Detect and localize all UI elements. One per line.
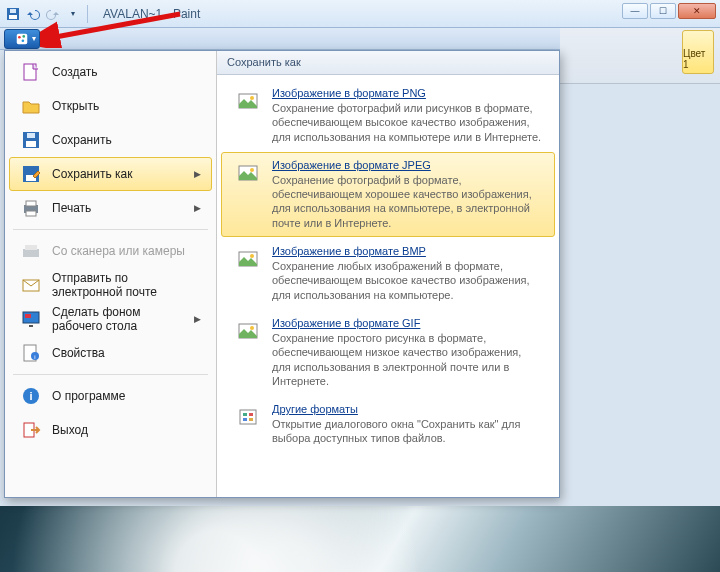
color1-chip[interactable]: Цвет 1 <box>682 30 714 74</box>
submenu-arrow-icon: ▶ <box>194 169 201 179</box>
application-menu-button[interactable]: ▾ <box>4 29 40 49</box>
svg-rect-10 <box>26 141 36 147</box>
saveas-option-other[interactable]: Другие форматыОткрытие диалогового окна … <box>221 396 555 453</box>
svg-rect-39 <box>249 413 253 416</box>
option-text: Изображение в формате GIFСохранение прос… <box>272 317 542 388</box>
menu-item-save[interactable]: Сохранить <box>9 123 212 157</box>
option-text: Изображение в формате PNGСохранение фото… <box>272 87 542 144</box>
menu-item-about[interactable]: iО программе <box>9 379 212 413</box>
svg-point-6 <box>22 39 25 42</box>
option-text: Другие форматыОткрытие диалогового окна … <box>272 403 542 446</box>
svg-rect-1 <box>9 15 17 19</box>
svg-text:i: i <box>34 354 35 360</box>
svg-rect-41 <box>249 418 253 421</box>
other-format-icon <box>234 403 262 431</box>
menu-item-create[interactable]: Создать <box>9 55 212 89</box>
option-description: Сохранение фотографий или рисунков в фор… <box>272 101 542 144</box>
qat-redo[interactable] <box>44 5 62 23</box>
title-bar: ▾ AVALAN~1 - Paint — ☐ ✕ <box>0 0 720 28</box>
qat-separator <box>87 5 88 23</box>
open-folder-icon <box>20 95 42 117</box>
menu-item-label: Сохранить <box>52 133 112 147</box>
image-format-icon <box>234 159 262 187</box>
svg-point-4 <box>18 35 21 38</box>
option-description: Сохранение простого рисунка в формате, о… <box>272 331 542 388</box>
menu-item-saveas[interactable]: Сохранить как▶ <box>9 157 212 191</box>
menu-item-label: О программе <box>52 389 125 403</box>
color1-label: Цвет 1 <box>683 48 713 70</box>
option-text: Изображение в формате BMPСохранение любы… <box>272 245 542 302</box>
save-icon <box>6 7 20 21</box>
close-button[interactable]: ✕ <box>678 3 716 19</box>
menu-item-open[interactable]: Открыть <box>9 89 212 123</box>
saveas-option-bmp[interactable]: Изображение в формате BMPСохранение любы… <box>221 238 555 309</box>
qat-save[interactable] <box>4 5 22 23</box>
svg-rect-11 <box>27 133 35 138</box>
svg-text:i: i <box>29 390 32 402</box>
desktop-icon <box>20 308 42 330</box>
minimize-button[interactable]: — <box>622 3 648 19</box>
menu-item-label: Отправить по электронной почте <box>52 271 201 299</box>
save-as-icon <box>20 163 42 185</box>
svg-rect-38 <box>243 413 247 416</box>
menu-item-label: Открыть <box>52 99 99 113</box>
menu-item-label: Печать <box>52 201 91 215</box>
svg-rect-17 <box>23 249 39 257</box>
qat-undo[interactable] <box>24 5 42 23</box>
option-title: Изображение в формате BMP <box>272 245 542 257</box>
svg-point-36 <box>250 326 254 330</box>
option-description: Сохранение любых изображений в формате, … <box>272 259 542 302</box>
menu-item-scanner: Со сканера или камеры <box>9 234 212 268</box>
menu-separator <box>13 374 208 375</box>
submenu-arrow-icon: ▶ <box>194 314 201 324</box>
option-title: Другие форматы <box>272 403 542 415</box>
svg-rect-37 <box>240 410 256 424</box>
menu-item-label: Выход <box>52 423 88 437</box>
window-controls: — ☐ ✕ <box>622 3 716 19</box>
exit-icon <box>20 419 42 441</box>
saveas-option-jpeg[interactable]: Изображение в формате JPEGСохранение фот… <box>221 152 555 237</box>
svg-rect-40 <box>243 418 247 421</box>
window-title: AVALAN~1 - Paint <box>103 7 200 21</box>
menu-item-label: Со сканера или камеры <box>52 244 185 258</box>
option-text: Изображение в формате JPEGСохранение фот… <box>272 159 542 230</box>
svg-rect-2 <box>10 9 16 13</box>
svg-rect-22 <box>29 325 33 327</box>
submenu-arrow-icon: ▶ <box>194 203 201 213</box>
redo-icon <box>46 7 60 21</box>
saveas-option-gif[interactable]: Изображение в формате GIFСохранение прос… <box>221 310 555 395</box>
menu-item-exit[interactable]: Выход <box>9 413 212 447</box>
menu-item-label: Сохранить как <box>52 167 132 181</box>
image-format-icon <box>234 317 262 345</box>
image-format-icon <box>234 87 262 115</box>
email-icon <box>20 274 42 296</box>
quick-access-toolbar: ▾ <box>4 5 91 23</box>
svg-rect-3 <box>17 33 28 44</box>
svg-point-32 <box>250 168 254 172</box>
app-menu-left-column: СоздатьОткрытьСохранитьСохранить как▶Печ… <box>5 51 217 497</box>
chevron-down-icon: ▾ <box>32 34 36 43</box>
menu-item-props[interactable]: iСвойства <box>9 336 212 370</box>
app-menu-right-column: Сохранить как Изображение в формате PNGС… <box>217 51 559 497</box>
scanner-icon <box>20 240 42 262</box>
save-disk-icon <box>20 129 42 151</box>
svg-rect-15 <box>26 201 36 206</box>
new-file-icon <box>20 61 42 83</box>
menu-item-email[interactable]: Отправить по электронной почте <box>9 268 212 302</box>
svg-rect-21 <box>25 314 31 318</box>
menu-item-label: Создать <box>52 65 98 79</box>
menu-item-wallpaper[interactable]: Сделать фоном рабочего стола▶ <box>9 302 212 336</box>
saveas-submenu-header: Сохранить как <box>217 51 559 75</box>
undo-icon <box>26 7 40 21</box>
qat-customize[interactable]: ▾ <box>64 5 82 23</box>
maximize-button[interactable]: ☐ <box>650 3 676 19</box>
menu-item-print[interactable]: Печать▶ <box>9 191 212 225</box>
printer-icon <box>20 197 42 219</box>
chevron-down-icon: ▾ <box>71 9 75 18</box>
option-description: Открытие диалогового окна "Сохранить как… <box>272 417 542 446</box>
svg-point-5 <box>22 35 25 38</box>
info-icon: i <box>20 385 42 407</box>
menu-separator <box>13 229 208 230</box>
svg-rect-18 <box>25 245 37 250</box>
saveas-option-png[interactable]: Изображение в формате PNGСохранение фото… <box>221 80 555 151</box>
